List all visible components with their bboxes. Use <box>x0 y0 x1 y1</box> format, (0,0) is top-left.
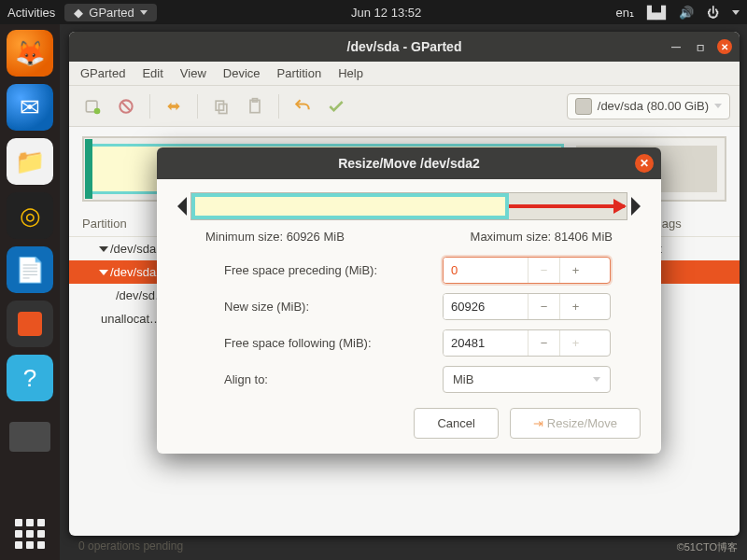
new-size-input[interactable]: − + <box>443 293 611 320</box>
free-following-input[interactable]: − + <box>443 329 611 357</box>
cancel-button[interactable]: Cancel <box>414 408 498 439</box>
slider-handle-right-icon[interactable] <box>631 197 641 216</box>
free-preceding-input[interactable]: − + <box>443 257 611 284</box>
new-size-field[interactable] <box>444 294 528 319</box>
window-titlebar[interactable]: /dev/sda - GParted — ◻ ✕ <box>69 32 740 62</box>
app-menu-label: GParted <box>89 6 134 20</box>
slider-handle-left-icon[interactable] <box>177 197 187 216</box>
ubuntu-software-launcher[interactable] <box>7 301 53 347</box>
annotation-arrow-icon <box>509 204 625 208</box>
new-size-label: New size (MiB): <box>224 300 430 314</box>
free-following-label: Free space following (MiB): <box>224 336 430 350</box>
clock[interactable]: Jun 12 13:52 <box>351 6 421 20</box>
thunderbird-launcher[interactable]: ✉ <box>7 84 53 131</box>
running-window-thumb[interactable] <box>9 422 50 452</box>
help-launcher[interactable]: ? <box>7 355 53 401</box>
chevron-down-icon <box>714 104 722 108</box>
col-flags[interactable]: Flags <box>652 217 726 231</box>
increment-button[interactable]: + <box>559 294 591 319</box>
delete-partition-button[interactable] <box>112 93 140 119</box>
minimum-size-label: Minimum size: 60926 MiB <box>205 230 345 244</box>
device-selector-label: /dev/sda (80.00 GiB) <box>598 99 709 113</box>
decrement-button[interactable]: − <box>528 294 559 319</box>
svg-point-1 <box>94 107 101 114</box>
svg-rect-4 <box>219 104 227 113</box>
menu-edit[interactable]: Edit <box>142 66 162 80</box>
decrement-button[interactable]: − <box>528 330 559 356</box>
menu-help[interactable]: Help <box>338 66 363 80</box>
copy-button[interactable] <box>207 93 235 119</box>
maximize-button[interactable]: ◻ <box>693 39 708 54</box>
libreoffice-writer-launcher[interactable]: 📄 <box>7 246 53 293</box>
window-title: /dev/sda - GParted <box>347 39 462 54</box>
resize-move-button[interactable] <box>160 93 188 119</box>
gnome-top-panel: Activities ◆ GParted Jun 12 13:52 en₁ ▙▟… <box>0 0 747 24</box>
align-to-label: Align to: <box>224 372 430 386</box>
new-partition-button[interactable] <box>78 93 106 119</box>
toolbar: /dev/sda (80.00 GiB) <box>69 86 740 127</box>
show-applications-button[interactable] <box>11 515 49 553</box>
svg-rect-3 <box>216 101 223 110</box>
resize-move-dialog: Resize/Move /dev/sda2 ✕ Minimum size: 60… <box>157 147 661 454</box>
partition-slider[interactable] <box>177 192 641 220</box>
minimize-button[interactable]: — <box>669 39 684 54</box>
menu-device[interactable]: Device <box>223 66 261 80</box>
ubuntu-dock: 🦊 ✉ 📁 ◎ 📄 ? <box>0 24 60 560</box>
menu-view[interactable]: View <box>180 66 206 80</box>
activities-button[interactable]: Activities <box>7 6 55 20</box>
rhythmbox-launcher[interactable]: ◎ <box>7 192 53 239</box>
keyboard-layout-indicator[interactable]: en₁ <box>616 6 634 20</box>
resize-move-button[interactable]: ⇥Resize/Move <box>510 408 641 439</box>
slider-track[interactable] <box>190 192 627 220</box>
dialog-close-button[interactable]: ✕ <box>635 154 654 173</box>
slider-partition-region[interactable] <box>191 193 509 219</box>
firefox-launcher[interactable]: 🦊 <box>7 30 53 77</box>
dialog-title: Resize/Move /dev/sda2 <box>338 156 480 171</box>
resize-icon: ⇥ <box>533 416 543 430</box>
status-bar: 0 operations pending <box>69 536 740 556</box>
files-launcher[interactable]: 📁 <box>7 138 53 185</box>
chevron-down-icon <box>732 10 740 15</box>
menu-partition[interactable]: Partition <box>277 66 322 80</box>
power-icon[interactable]: ⏻ <box>707 6 719 20</box>
free-preceding-label: Free space preceding (MiB): <box>224 263 430 277</box>
network-icon[interactable]: ▙▟ <box>647 6 666 20</box>
volume-icon[interactable]: 🔊 <box>679 6 694 20</box>
increment-button[interactable]: + <box>559 330 591 356</box>
align-to-select[interactable]: MiB <box>443 366 611 393</box>
disk-icon <box>575 98 592 115</box>
gparted-icon: ◆ <box>74 6 83 20</box>
app-menu[interactable]: ◆ GParted <box>64 4 156 21</box>
apply-button[interactable] <box>322 93 350 119</box>
increment-button[interactable]: + <box>559 258 591 283</box>
dialog-titlebar[interactable]: Resize/Move /dev/sda2 ✕ <box>157 147 661 179</box>
maximum-size-label: Maximum size: 81406 MiB <box>471 230 613 244</box>
chevron-down-icon <box>593 377 600 382</box>
align-to-value: MiB <box>453 372 473 386</box>
watermark: ©51CTO博客 <box>677 540 738 554</box>
paste-button[interactable] <box>241 93 269 119</box>
chevron-down-icon <box>140 10 148 15</box>
close-button[interactable]: ✕ <box>717 39 732 54</box>
menu-gparted[interactable]: GParted <box>80 66 125 80</box>
undo-button[interactable] <box>289 93 317 119</box>
menubar: GParted Edit View Device Partition Help <box>69 62 740 86</box>
free-following-field[interactable] <box>444 330 528 356</box>
decrement-button[interactable]: − <box>528 258 559 283</box>
free-preceding-field[interactable] <box>444 258 528 283</box>
device-selector[interactable]: /dev/sda (80.00 GiB) <box>567 93 730 119</box>
